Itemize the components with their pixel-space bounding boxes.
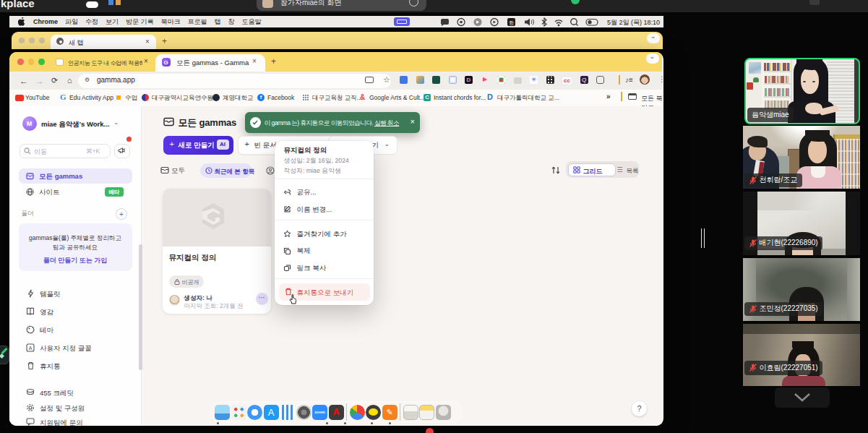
svg-text:한: 한 (509, 20, 514, 25)
svg-text:A: A (29, 346, 33, 351)
